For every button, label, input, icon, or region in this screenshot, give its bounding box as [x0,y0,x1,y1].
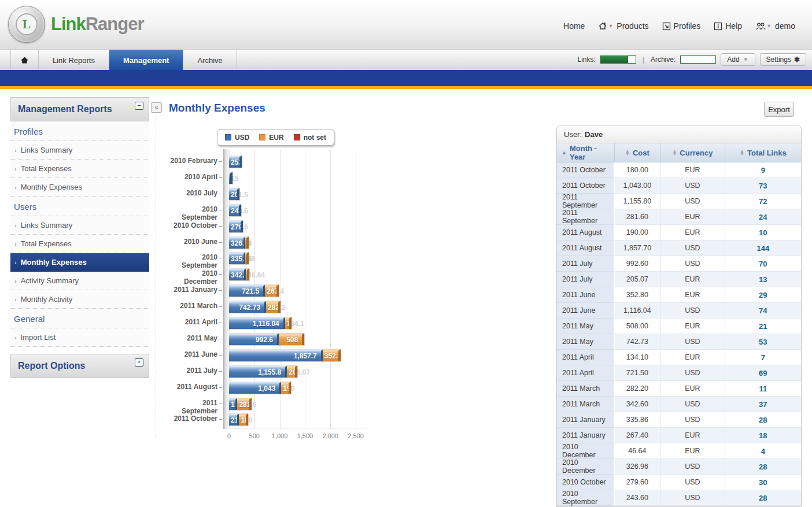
table-row[interactable]: 2011 September1,155.80USD72 [557,194,801,209]
sidebar-item-users-monthly-expenses[interactable]: ›Monthly Expenses [10,253,149,272]
sidebar-section-profiles: Profiles [10,121,149,141]
cost-cell: 992.60 [615,256,661,272]
x-axis-tick-label: 0 [215,432,243,439]
table-row[interactable]: 2011 March282.20EUR11 [557,381,801,397]
table-row[interactable]: 2010 September243.60USD28 [557,490,801,506]
nav-products[interactable]: Products [617,21,648,31]
total-links-cell[interactable]: 73 [725,178,801,194]
home-icon[interactable] [598,22,607,30]
sidebar-item-profiles-total-expenses[interactable]: ›Total Expenses [10,160,149,178]
table-row[interactable]: 2011 June352.80EUR29 [557,287,801,303]
bar-value-label: 342.6 [231,270,246,280]
settings-button[interactable]: Settings✱ [760,53,806,66]
gear-icon: ✱ [794,55,800,64]
total-links-cell[interactable]: 4 [725,443,801,459]
minimize-panel-icon[interactable]: − [135,102,143,110]
currency-cell: EUR [660,287,725,303]
bar-value-label: 721.5 [242,286,259,297]
table-row[interactable]: 2011 January267.40EUR18 [557,428,801,443]
table-row[interactable]: 2011 August1,857.70USD144 [557,240,801,256]
top-navigation: Home ▼ Products Profiles Help ▼ demo [560,21,798,31]
chart-category-label: 2011 September [168,399,217,415]
total-links-cell[interactable]: 29 [725,287,801,303]
column-header-total-links[interactable]: ▲▼Total Links [725,143,801,162]
table-row[interactable]: 2011 March342.60USD37 [557,397,801,412]
table-row[interactable]: 2011 September281.60EUR24 [557,209,801,225]
total-links-cell[interactable]: 37 [725,397,801,412]
total-links-cell[interactable]: 13 [725,272,801,287]
tab-home[interactable] [10,50,39,71]
products-caret-icon[interactable]: ▼ [608,23,613,29]
total-links-cell[interactable]: 144 [725,240,801,256]
category-tick [219,258,222,258]
sidebar-item-users-total-expenses[interactable]: ›Total Expenses [10,235,149,253]
chart-category-label: 2010 July [168,189,217,197]
total-links-cell[interactable]: 18 [725,428,801,443]
month-year-cell: 2010 October [557,475,615,490]
sidebar-item-profiles-monthly-expenses[interactable]: ›Monthly Expenses [10,178,149,197]
restore-panel-icon[interactable]: ▫ [135,358,143,367]
table-row[interactable]: 2011 October180.00EUR9 [557,162,801,178]
tab-link-reports[interactable]: Link Reports [39,50,109,71]
table-row[interactable]: 2011 April721.50USD69 [557,365,801,381]
total-links-cell[interactable]: 72 [725,194,801,209]
cost-cell: 243.60 [615,490,661,506]
total-links-cell[interactable]: 28 [725,412,801,428]
total-links-cell[interactable]: 30 [725,475,801,490]
collapse-sidebar-button[interactable]: « [151,102,162,113]
total-links-cell[interactable]: 9 [725,162,801,178]
currency-cell: EUR [660,428,725,443]
export-button[interactable]: Export [764,102,794,117]
total-links-cell[interactable]: 11 [725,381,801,397]
x-axis-tick-label: 500 [240,432,269,439]
table-row[interactable]: 2011 April134.10EUR7 [557,350,801,365]
table-row[interactable]: 2011 May508.00EUR21 [557,319,801,334]
nav-home[interactable]: Home [563,21,585,31]
table-row[interactable]: 2010 December326.96USD28 [557,459,801,475]
nav-user-demo[interactable]: demo [775,21,795,31]
users-icon[interactable] [755,23,766,30]
total-links-cell[interactable]: 53 [725,334,801,350]
nav-help[interactable]: Help [725,21,742,31]
table-row[interactable]: 2011 July992.60USD70 [557,256,801,272]
table-row[interactable]: 2011 August190.00EUR10 [557,225,801,240]
table-row[interactable]: 2011 May742.73USD53 [557,334,801,350]
column-header-cost[interactable]: ▲▼Cost [615,143,661,162]
total-links-cell[interactable]: 24 [725,209,801,225]
table-row[interactable]: 2011 January335.86USD28 [557,412,801,428]
sidebar-item-profiles-links-summary[interactable]: ›Links Summary [10,141,149,160]
total-links-cell[interactable]: 28 [725,490,801,506]
tab-archive[interactable]: Archive [183,50,237,71]
sidebar-item-users-links-summary[interactable]: ›Links Summary [10,216,149,235]
usd-bar-2011-july: 1,155.8 [229,365,287,378]
total-links-cell[interactable]: 7 [725,350,801,365]
tab-management[interactable]: Management [109,50,183,71]
info-icon[interactable] [714,22,722,31]
table-row[interactable]: 2011 June1,116.04USD74 [557,303,801,319]
column-header-currency[interactable]: ▲▼Currency [660,143,725,162]
usd-bar-2011-june: 1,857.7 [229,349,323,361]
usd-swatch [225,134,231,140]
total-links-cell[interactable]: 21 [725,319,801,334]
nav-profiles[interactable]: Profiles [674,21,701,31]
add-button[interactable]: Add▼ [721,53,755,66]
total-links-cell[interactable]: 69 [725,365,801,381]
app-header: L LinkRanger Home ▼ Products Profiles He… [0,0,812,49]
total-links-cell[interactable]: 74 [725,303,801,319]
total-links-cell[interactable]: 10 [725,225,801,240]
currency-cell: EUR [660,272,725,287]
table-row[interactable]: 2010 December46.64EUR4 [557,443,801,459]
total-links-cell[interactable]: 28 [725,459,801,475]
user-caret-icon[interactable]: ▼ [766,23,772,29]
table-row[interactable]: 2011 July205.07EUR13 [557,272,801,287]
column-header-label: Cost [633,149,649,157]
sidebar-item-users-monthly-activity[interactable]: ›Monthly Activity [10,290,149,309]
column-header-month-year[interactable]: ▲Month - Year [557,143,615,162]
total-links-cell[interactable]: 70 [725,256,801,272]
bar-value-label: 15 [231,173,232,184]
table-row[interactable]: 2011 October1,043.00USD73 [557,178,801,194]
sidebar-item-users-activity-summary[interactable]: ›Activity Summary [10,272,149,290]
external-link-icon[interactable] [662,22,671,31]
table-row[interactable]: 2010 October279.60USD30 [557,475,801,490]
sidebar-item-general-import-list[interactable]: ›Import List [10,328,149,347]
